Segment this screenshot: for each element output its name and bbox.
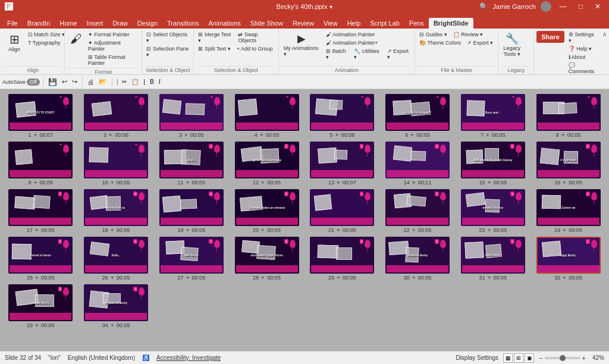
tab-transitions[interactable]: Transitions: [162, 18, 203, 29]
merge-text-button[interactable]: ⊞ Merge Text ▾: [196, 31, 234, 44]
slide-item[interactable]: more dates Ognan Flores828✦00:05: [231, 237, 303, 281]
utilities-button[interactable]: 🔧 Utilities ▾: [352, 48, 382, 61]
slide-thumb[interactable]: Guinness makes an entrance0: [235, 189, 299, 226]
slide-item[interactable]: 2✦00:06: [80, 94, 152, 138]
open-button[interactable]: 📂: [97, 77, 109, 86]
slide-item[interactable]: radiant Becky333✦00:05: [5, 284, 77, 328]
slide-thumb[interactable]: 2: [385, 189, 450, 226]
slide-thumb[interactable]: Well done Zoey, South Glenley5: [461, 142, 525, 178]
view-slide-sorter-button[interactable]: ⊞: [514, 353, 523, 363]
tab-insert[interactable]: Insert: [82, 18, 108, 29]
guides-button[interactable]: ⊟ Guides ▾: [417, 31, 449, 38]
tab-brandin[interactable]: BrandIn: [23, 18, 55, 29]
slide-item[interactable]: Up on...111✦00:05: [156, 142, 228, 186]
slide-item[interactable]: Well done Zoey, South Glenley515✦00:05: [457, 142, 529, 186]
slide-thumb[interactable]: 40 years of Becky4: [84, 284, 148, 321]
format-painter-label[interactable]: ✦ Format Painter: [86, 31, 140, 38]
slide-thumb[interactable]: Connor we4: [536, 189, 601, 226]
match-size-button[interactable]: ⊡Match Size ▾: [26, 31, 67, 38]
tab-design[interactable]: Design: [133, 18, 162, 29]
display-settings[interactable]: Display Settings: [456, 354, 498, 361]
slide-thumb[interactable]: moved to france5: [8, 237, 73, 274]
slide-item[interactable]: 313✦00:07: [306, 142, 378, 186]
slide-item[interactable]: Happy Becky...232✦00:05: [532, 237, 604, 281]
slide-thumb[interactable]: radiant Becky3: [8, 284, 73, 321]
slide-item[interactable]: 929✦00:05: [306, 237, 378, 281]
slide-item[interactable]: garden and Dominique212✦00:05: [231, 142, 303, 186]
slide-item[interactable]: Home from us818✦00:05: [80, 189, 152, 233]
slide-thumb[interactable]: PRESS F5 TO START!: [8, 94, 73, 131]
save-button[interactable]: 💾: [46, 77, 59, 87]
tab-slideshow[interactable]: Slide Show: [246, 18, 288, 29]
slide-thumb[interactable]: Home from us8: [84, 189, 148, 226]
tab-animations[interactable]: Animations: [203, 18, 245, 29]
legacy-tools-button[interactable]: 🔧 Legacy Tools ▾: [501, 31, 523, 58]
slide-thumb[interactable]: [8, 142, 73, 178]
typography-button[interactable]: TTypography: [26, 39, 67, 46]
slide-thumb[interactable]: Happy Becky...2: [536, 237, 601, 274]
slide-item[interactable]: 414✦00:11: [382, 142, 454, 186]
tab-file[interactable]: File: [2, 18, 23, 29]
slide-item[interactable]: 10✦00:05: [80, 142, 152, 186]
slide-thumb[interactable]: garden and Dominique2: [235, 142, 299, 178]
view-normal-button[interactable]: ▦: [503, 353, 513, 363]
search-icon[interactable]: 🔍: [479, 2, 488, 11]
filename-dropdown[interactable]: ▾: [329, 4, 332, 10]
undo-button[interactable]: ↩: [60, 77, 69, 86]
slide-thumb[interactable]: 9: [310, 237, 374, 274]
share-button[interactable]: Share: [536, 31, 564, 43]
slides-panel[interactable]: PRESS F5 TO START!1✦00:072✦00:063✦00:054…: [0, 89, 609, 351]
slide-item[interactable]: 919✦00:05: [156, 189, 228, 233]
selection-pane-button[interactable]: ⊟ Selection Pane ▾: [145, 45, 191, 58]
animation-painter-button[interactable]: 🖌 Animation Painter: [324, 31, 412, 38]
slide-thumb[interactable]: [536, 94, 601, 131]
slide-thumb[interactable]: [310, 94, 374, 131]
slide-item[interactable]: 3✦00:05: [156, 94, 228, 138]
slide-thumb[interactable]: helth Becky1: [461, 237, 525, 274]
slide-item[interactable]: 4✦00:05: [231, 94, 303, 138]
slide-item[interactable]: 9✦00:05: [5, 142, 77, 186]
adjustment-painter-button[interactable]: ✦ Adjustment Painter: [86, 39, 140, 52]
print-button[interactable]: 🖨: [86, 78, 96, 86]
export-file-button[interactable]: ↗ Export ▾: [465, 39, 495, 46]
slide-thumb[interactable]: 4: [385, 142, 450, 178]
slide-item[interactable]: it's girl time!616✦00:05: [532, 142, 604, 186]
slide-thumb[interactable]: it's girl time!6: [536, 142, 601, 178]
zoom-out-button[interactable]: −: [539, 354, 542, 362]
slide-item[interactable]: PRESS F5 TO START!1✦00:07: [5, 94, 77, 138]
zoom-level[interactable]: 42%: [588, 354, 604, 361]
select-objects-button[interactable]: ⊡ Select Objects ▾: [145, 31, 191, 44]
format-painter-button[interactable]: 🖌: [67, 31, 85, 47]
slide-item[interactable]: helth Becky131✦00:05: [457, 237, 529, 281]
export-animation-button[interactable]: ↗ Export ▾: [385, 48, 413, 61]
slide-item[interactable]: sunshine Becky030✦00:05: [382, 237, 454, 281]
slide-item[interactable]: moved to france323✦00:05: [457, 189, 529, 233]
minimize-button[interactable]: —: [556, 2, 570, 11]
tab-draw[interactable]: Draw: [108, 18, 133, 29]
slide-item[interactable]: 121✦00:05: [306, 189, 378, 233]
tab-view[interactable]: View: [319, 18, 343, 29]
slide-item[interactable]: 717✦00:05: [5, 189, 77, 233]
animation-painter-plus-button[interactable]: 🖌 Animation Painter+: [324, 39, 412, 46]
tab-brightslide[interactable]: BrightSlide: [429, 18, 473, 29]
slide-item[interactable]: 8✦00:05: [532, 94, 604, 138]
my-animations-button[interactable]: ▶ My Animations ▾: [281, 31, 322, 58]
slide-thumb[interactable]: [235, 94, 299, 131]
slide-thumb[interactable]: Up on...1: [159, 142, 224, 178]
collapse-ribbon-button[interactable]: ∧: [602, 31, 607, 37]
slide-thumb[interactable]: Katie...6: [84, 237, 148, 274]
view-reading-button[interactable]: ▣: [525, 353, 534, 363]
autosave-toggle[interactable]: Off: [27, 79, 40, 86]
add-to-group-button[interactable]: + Add to Group: [235, 45, 275, 52]
slide-item[interactable]: Busy year...7✦00:05: [457, 94, 529, 138]
swap-objects-button[interactable]: ⇄ Swap Objects: [236, 31, 275, 44]
tab-pens[interactable]: Pens: [404, 18, 429, 29]
tab-review[interactable]: Review: [288, 18, 319, 29]
slide-thumb[interactable]: 3: [310, 142, 374, 178]
slide-thumb[interactable]: more dates Ognan Flores8: [235, 237, 299, 274]
zoom-slider[interactable]: [545, 357, 580, 359]
slide-item[interactable]: dear becky727✦00:05: [156, 237, 228, 281]
slide-thumb[interactable]: Anyone for croquet?!: [385, 94, 450, 131]
slide-thumb[interactable]: Busy year...: [461, 94, 525, 131]
tab-help[interactable]: Help: [343, 18, 366, 29]
